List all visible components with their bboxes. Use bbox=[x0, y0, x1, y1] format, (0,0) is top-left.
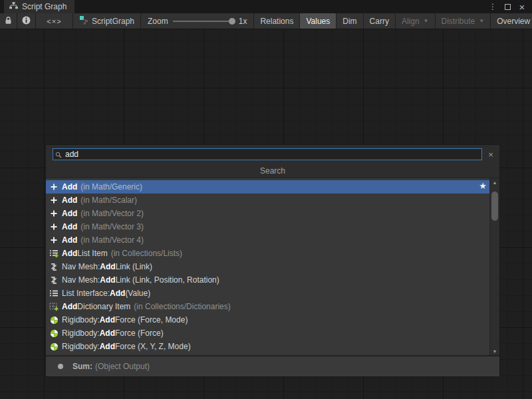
search-header-label: Search bbox=[260, 166, 285, 176]
graph-name-label: ScriptGraph bbox=[92, 17, 134, 26]
toolbar-button-distribute[interactable]: Distribute▼ bbox=[436, 13, 491, 29]
scrollbar[interactable]: ▲ ▼ bbox=[489, 178, 499, 355]
lock-icon bbox=[5, 16, 12, 27]
list-item[interactable]: Add(in Math/Vector 4) bbox=[46, 233, 489, 247]
graph-asset-button[interactable]: ScriptGraph bbox=[73, 13, 141, 29]
search-strip: × bbox=[46, 145, 499, 164]
fuzzy-finder-dialog: × Search Add(in Math/Generic)★Add(in Mat… bbox=[45, 144, 500, 377]
maximize-icon[interactable] bbox=[501, 1, 513, 13]
lock-button[interactable] bbox=[0, 13, 17, 29]
list-item[interactable]: Add Dictionary Item(in Collections/Dicti… bbox=[46, 300, 489, 313]
toolbar-button-align[interactable]: Align▼ bbox=[396, 13, 436, 29]
search-results-header: Search bbox=[46, 164, 499, 178]
chevron-down-icon: ▼ bbox=[424, 18, 429, 24]
code-icon: <×> bbox=[47, 17, 61, 25]
script-graph-icon bbox=[79, 15, 89, 27]
zoom-slider-handle[interactable] bbox=[229, 18, 235, 25]
list-item[interactable]: Rigidbody: Add Force (Force, Mode) bbox=[46, 313, 489, 327]
close-icon[interactable]: × bbox=[516, 1, 528, 13]
search-results-list: Add(in Math/Generic)★Add(in Math/Scalar)… bbox=[46, 178, 499, 355]
scroll-down-icon[interactable]: ▼ bbox=[493, 347, 497, 355]
output-port-icon bbox=[58, 364, 63, 369]
dict-add-icon bbox=[49, 303, 59, 311]
inspector-button[interactable] bbox=[17, 13, 36, 29]
window-controls: ⋮ × bbox=[487, 0, 532, 13]
list-item[interactable]: Nav Mesh: Add Link (Link, Position, Rota… bbox=[46, 273, 489, 287]
search-input[interactable] bbox=[53, 148, 482, 160]
list-item[interactable]: Add(in Math/Vector 2) bbox=[46, 207, 489, 220]
list-item[interactable]: List Interface: Add (Value) bbox=[46, 287, 489, 300]
plus-icon bbox=[49, 223, 59, 231]
list-item[interactable]: Add List Item(in Collections/Lists) bbox=[46, 247, 489, 260]
tab-title: Script Graph bbox=[22, 2, 66, 11]
rigidbody-icon bbox=[49, 329, 59, 338]
list-item[interactable]: Add(in Math/Scalar) bbox=[46, 194, 489, 207]
favorite-star-icon[interactable]: ★ bbox=[479, 181, 487, 191]
footer-output-name: Sum: bbox=[72, 362, 92, 371]
code-preview-button[interactable]: <×> bbox=[36, 13, 73, 29]
tab-script-graph[interactable]: Script Graph bbox=[4, 0, 74, 13]
rigidbody-icon bbox=[49, 316, 59, 325]
toolbar-button-dim[interactable]: Dim bbox=[336, 13, 363, 29]
search-icon bbox=[55, 151, 62, 160]
toolbar-button-overview[interactable]: Overview bbox=[491, 13, 532, 29]
navmesh-icon bbox=[49, 276, 59, 285]
graph-hierarchy-icon bbox=[9, 2, 18, 11]
zoom-value: 1x bbox=[239, 17, 247, 26]
chevron-down-icon: ▼ bbox=[479, 18, 484, 24]
search-box bbox=[53, 148, 482, 160]
plus-icon bbox=[49, 196, 59, 204]
footer-text: Sum:(Object Output) bbox=[72, 362, 150, 371]
search-results-rows: Add(in Math/Generic)★Add(in Math/Scalar)… bbox=[46, 180, 489, 353]
plus-icon bbox=[49, 209, 59, 217]
window-menu-icon[interactable]: ⋮ bbox=[487, 1, 499, 13]
footer-output-type: (Object Output) bbox=[95, 362, 150, 371]
list-item[interactable]: Rigidbody: Add Force (X, Y, Z, Mode) bbox=[46, 340, 489, 353]
info-icon bbox=[22, 16, 31, 27]
navmesh-icon bbox=[49, 263, 59, 271]
selection-preview-footer: Sum:(Object Output) bbox=[46, 355, 499, 376]
zoom-label: Zoom bbox=[148, 17, 168, 26]
list-add-icon bbox=[49, 249, 59, 258]
list-item[interactable]: Add(in Math/Generic)★ bbox=[46, 180, 489, 194]
title-bar: Script Graph ⋮ × bbox=[0, 0, 532, 13]
list-item[interactable]: Add(in Math/Vector 3) bbox=[46, 220, 489, 233]
clear-search-icon[interactable]: × bbox=[486, 150, 495, 160]
toolbar-button-carry[interactable]: Carry bbox=[364, 13, 396, 29]
toolbar-toggle-group: RelationsValuesDimCarryAlign▼Distribute▼… bbox=[254, 13, 532, 29]
scrollbar-thumb[interactable] bbox=[491, 192, 498, 221]
list-item[interactable]: Rigidbody: Add Force (Force) bbox=[46, 327, 489, 340]
rigidbody-icon bbox=[49, 342, 59, 351]
zoom-slider[interactable] bbox=[173, 21, 234, 22]
list-icon bbox=[49, 289, 59, 297]
zoom-control: Zoom 1x bbox=[141, 13, 254, 29]
graph-toolbar: <×> ScriptGraph Zoom 1x RelationsValuesD… bbox=[0, 13, 532, 29]
plus-icon bbox=[49, 183, 59, 191]
toolbar-button-values[interactable]: Values bbox=[300, 13, 336, 29]
toolbar-button-relations[interactable]: Relations bbox=[254, 13, 300, 29]
list-item[interactable]: Nav Mesh: Add Link (Link) bbox=[46, 260, 489, 273]
plus-icon bbox=[49, 236, 59, 244]
scroll-up-icon[interactable]: ▲ bbox=[493, 178, 497, 186]
